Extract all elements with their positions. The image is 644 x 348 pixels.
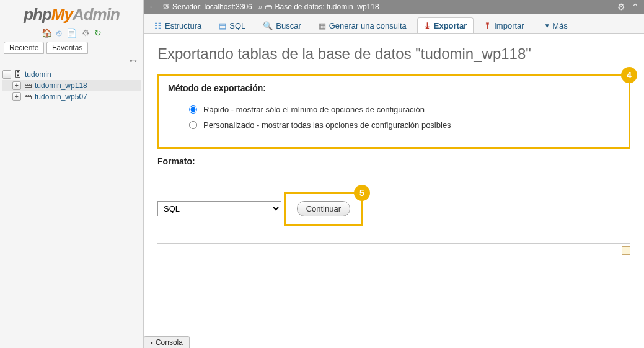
bc-server-label: Servidor: (172, 2, 202, 11)
export-icon: ⤓ (424, 21, 431, 30)
collapse-icon[interactable]: − (2, 70, 11, 79)
tab-more[interactable]: ▼ Más (535, 17, 575, 33)
database-icon: 🗃 (24, 81, 32, 90)
annotation-badge-4: 4 (621, 67, 637, 83)
breadcrumb-separator: » (258, 2, 263, 11)
tab-export-label: Exportar (434, 21, 467, 30)
settings-icon[interactable]: ⚙ (82, 28, 90, 38)
tab-structure-label: Estructura (165, 21, 201, 30)
tab-import[interactable]: ⤒Importar (477, 17, 531, 33)
caret-down-icon: ▼ (544, 22, 550, 29)
format-title: Formato: (157, 156, 630, 169)
logout-icon[interactable]: ⎋ (56, 28, 61, 38)
breadcrumb-server[interactable]: 🖳 Servidor: localhost:3306 (162, 2, 252, 11)
bc-server-value: localhost:3306 (204, 2, 252, 11)
tab-sql-label: SQL (229, 21, 245, 30)
console-button[interactable]: ▪ Consola (144, 336, 190, 348)
database-icon: 🗃 (24, 92, 32, 101)
main: ← 🖳 Servidor: localhost:3306 » 🗃 Base de… (144, 0, 644, 348)
db-tree: − 🗄 tudomin + 🗃 tudomin_wp118 + 🗃 tudomi… (0, 66, 143, 105)
bc-db-value: tudomin_wp118 (327, 2, 379, 11)
logo-admin: Admin (73, 5, 120, 24)
breadcrumb: ← 🖳 Servidor: localhost:3306 » 🗃 Base de… (144, 0, 644, 14)
reload-icon[interactable]: ↻ (94, 28, 102, 38)
logo-my: My (51, 5, 73, 24)
link-icon[interactable]: ⊷ (0, 54, 143, 66)
annotation-badge-5: 5 (354, 185, 370, 201)
tree-db2-label: tudomin_wp507 (35, 92, 87, 101)
console-tab: ▪ Consola (144, 336, 190, 348)
search-icon: 🔍 (263, 21, 273, 30)
tab-search-label: Buscar (276, 21, 301, 30)
tree-root[interactable]: − 🗄 tudomin (2, 69, 141, 80)
structure-icon: ☷ (154, 21, 162, 30)
logo[interactable]: phpMyAdmin (0, 0, 143, 25)
method-title: Método de exportación: (168, 83, 620, 96)
radio-custom-label: Personalizado - mostrar todas las opcion… (203, 120, 451, 130)
tab-structure[interactable]: ☷Estructura (148, 17, 208, 33)
tree-root-label: tudomin (25, 70, 51, 79)
tree-db1[interactable]: + 🗃 tudomin_wp118 (2, 80, 141, 91)
query-icon: ▦ (319, 21, 326, 30)
radio-quick-label: Rápido - mostrar sólo el mínimo de opcio… (203, 105, 425, 114)
collapse-up-icon[interactable]: ⌃ (632, 2, 639, 12)
console-label: Consola (156, 338, 183, 347)
tab-sql[interactable]: ▤SQL (212, 17, 252, 33)
tab-query-label: Generar una consulta (329, 21, 407, 30)
docs-icon[interactable]: 📄 (66, 28, 77, 38)
continue-box: 5 Continuar (284, 192, 363, 226)
database-icon: 🗃 (265, 2, 272, 11)
bc-db-label: Base de datos: (275, 2, 324, 11)
home-icon[interactable]: 🏠 (42, 28, 52, 38)
import-icon: ⤒ (484, 21, 491, 30)
tree-db2[interactable]: + 🗃 tudomin_wp507 (2, 91, 141, 102)
back-icon[interactable]: ← (149, 2, 156, 11)
expand-icon[interactable]: + (12, 81, 21, 90)
content: Exportando tablas de la base de datos "t… (144, 34, 644, 268)
tab-import-label: Importar (494, 21, 524, 30)
expand-icon[interactable]: + (12, 92, 21, 101)
tree-db1-label: tudomin_wp118 (35, 81, 87, 90)
sidebar: phpMyAdmin 🏠 ⎋ 📄 ⚙ ↻ Reciente Favoritas … (0, 0, 144, 348)
tab-search[interactable]: 🔍Buscar (256, 17, 307, 33)
sidebar-tabs: Reciente Favoritas (0, 42, 143, 54)
server-icon: 🖳 (162, 2, 170, 11)
breadcrumb-database[interactable]: 🗃 Base de datos: tudomin_wp118 (265, 2, 379, 11)
bookmark-icon[interactable] (622, 246, 630, 255)
tab-export[interactable]: ⤓Exportar (417, 17, 474, 33)
tab-query[interactable]: ▦Generar una consulta (312, 17, 413, 33)
logo-php: php (24, 5, 51, 24)
server-icon: 🗄 (14, 70, 22, 79)
export-method-box: 4 Método de exportación: Rápido - mostra… (157, 74, 630, 149)
radio-custom[interactable]: Personalizado - mostrar todas las opcion… (189, 120, 620, 130)
radio-quick[interactable]: Rápido - mostrar sólo el mínimo de opcio… (189, 105, 620, 114)
sql-icon: ▤ (219, 21, 226, 30)
console-icon: ▪ (151, 339, 153, 346)
sidebar-icon-row: 🏠 ⎋ 📄 ⚙ ↻ (0, 25, 143, 42)
tab-recent[interactable]: Reciente (4, 42, 44, 54)
nav-tabs: ☷Estructura ▤SQL 🔍Buscar ▦Generar una co… (144, 14, 644, 34)
tab-favorites[interactable]: Favoritas (46, 42, 88, 54)
footer (157, 243, 630, 257)
gear-icon[interactable]: ⚙ (617, 2, 625, 12)
continue-button[interactable]: Continuar (297, 201, 350, 216)
tab-more-label: Más (552, 21, 568, 30)
page-title: Exportando tablas de la base de datos "t… (157, 45, 630, 63)
format-select[interactable]: SQL (157, 201, 281, 216)
radio-quick-input[interactable] (189, 105, 197, 114)
radio-custom-input[interactable] (189, 121, 197, 129)
